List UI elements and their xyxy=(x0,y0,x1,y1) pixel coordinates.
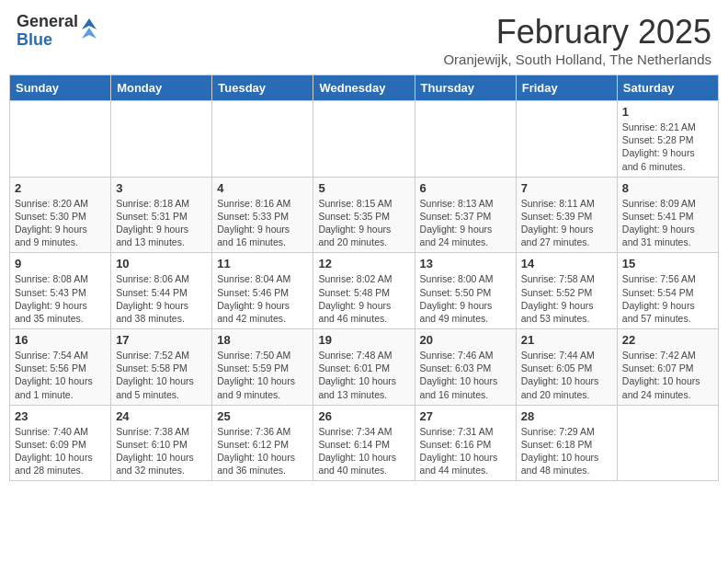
day-number: 28 xyxy=(521,409,612,423)
day-number: 19 xyxy=(318,333,409,347)
day-number: 23 xyxy=(15,409,106,423)
day-detail-text: Sunrise: 7:50 AM Sunset: 5:59 PM Dayligh… xyxy=(217,349,308,401)
day-cell: 15Sunrise: 7:56 AM Sunset: 5:54 PM Dayli… xyxy=(617,253,718,329)
day-number: 27 xyxy=(420,409,511,423)
day-number: 13 xyxy=(420,257,511,270)
day-cell: 25Sunrise: 7:36 AM Sunset: 6:12 PM Dayli… xyxy=(212,405,313,481)
day-cell xyxy=(516,101,617,178)
day-cell xyxy=(415,101,516,178)
day-cell: 24Sunrise: 7:38 AM Sunset: 6:10 PM Dayli… xyxy=(111,405,212,481)
day-detail-text: Sunrise: 8:11 AM Sunset: 5:39 PM Dayligh… xyxy=(521,197,612,249)
day-detail-text: Sunrise: 8:20 AM Sunset: 5:30 PM Dayligh… xyxy=(15,197,106,249)
day-detail-text: Sunrise: 8:08 AM Sunset: 5:43 PM Dayligh… xyxy=(15,272,106,325)
col-header-wednesday: Wednesday xyxy=(313,75,415,101)
day-cell: 19Sunrise: 7:48 AM Sunset: 6:01 PM Dayli… xyxy=(313,329,415,406)
day-detail-text: Sunrise: 7:29 AM Sunset: 6:18 PM Dayligh… xyxy=(521,425,612,477)
day-cell xyxy=(212,101,313,178)
day-number: 10 xyxy=(116,257,207,270)
day-number: 6 xyxy=(420,181,511,195)
calendar-body: 1Sunrise: 8:21 AM Sunset: 5:28 PM Daylig… xyxy=(10,101,719,481)
day-cell: 13Sunrise: 8:00 AM Sunset: 5:50 PM Dayli… xyxy=(415,253,516,329)
title-block: February 2025 Oranjewijk, South Holland,… xyxy=(443,13,711,67)
day-detail-text: Sunrise: 7:34 AM Sunset: 6:14 PM Dayligh… xyxy=(318,425,409,477)
week-row-0: 1Sunrise: 8:21 AM Sunset: 5:28 PM Daylig… xyxy=(10,101,719,178)
day-detail-text: Sunrise: 8:21 AM Sunset: 5:28 PM Dayligh… xyxy=(622,121,713,173)
logo-icon xyxy=(80,17,98,46)
day-number: 4 xyxy=(217,181,308,195)
week-row-1: 2Sunrise: 8:20 AM Sunset: 5:30 PM Daylig… xyxy=(10,177,719,253)
day-detail-text: Sunrise: 8:18 AM Sunset: 5:31 PM Dayligh… xyxy=(116,197,207,249)
logo-blue-text: Blue xyxy=(17,31,78,50)
header: General Blue February 2025 Oranjewijk, S… xyxy=(0,0,728,75)
day-cell: 28Sunrise: 7:29 AM Sunset: 6:18 PM Dayli… xyxy=(516,405,617,481)
col-header-sunday: Sunday xyxy=(10,75,111,101)
day-detail-text: Sunrise: 8:06 AM Sunset: 5:44 PM Dayligh… xyxy=(116,272,207,325)
day-detail-text: Sunrise: 7:38 AM Sunset: 6:10 PM Dayligh… xyxy=(116,425,207,477)
day-detail-text: Sunrise: 7:46 AM Sunset: 6:03 PM Dayligh… xyxy=(420,349,511,401)
day-number: 9 xyxy=(15,257,106,270)
day-detail-text: Sunrise: 7:54 AM Sunset: 5:56 PM Dayligh… xyxy=(15,349,106,401)
calendar-table: SundayMondayTuesdayWednesdayThursdayFrid… xyxy=(9,75,719,481)
day-cell xyxy=(313,101,415,178)
svg-marker-1 xyxy=(82,28,97,39)
day-cell: 2Sunrise: 8:20 AM Sunset: 5:30 PM Daylig… xyxy=(10,177,111,253)
day-number: 15 xyxy=(622,257,713,270)
day-cell: 22Sunrise: 7:42 AM Sunset: 6:07 PM Dayli… xyxy=(617,329,718,406)
logo-general-text: General xyxy=(17,13,78,31)
day-number: 22 xyxy=(622,333,713,347)
day-number: 1 xyxy=(622,105,713,119)
day-number: 7 xyxy=(521,181,612,195)
col-header-thursday: Thursday xyxy=(415,75,516,101)
location: Oranjewijk, South Holland, The Netherlan… xyxy=(443,52,711,67)
day-number: 17 xyxy=(116,333,207,347)
day-number: 26 xyxy=(318,409,409,423)
week-row-2: 9Sunrise: 8:08 AM Sunset: 5:43 PM Daylig… xyxy=(10,253,719,329)
logo: General Blue xyxy=(17,13,98,50)
day-cell: 17Sunrise: 7:52 AM Sunset: 5:58 PM Dayli… xyxy=(111,329,212,406)
day-detail-text: Sunrise: 8:16 AM Sunset: 5:33 PM Dayligh… xyxy=(217,197,308,249)
day-detail-text: Sunrise: 8:00 AM Sunset: 5:50 PM Dayligh… xyxy=(420,272,511,325)
day-detail-text: Sunrise: 8:13 AM Sunset: 5:37 PM Dayligh… xyxy=(420,197,511,249)
col-header-friday: Friday xyxy=(516,75,617,101)
day-detail-text: Sunrise: 8:02 AM Sunset: 5:48 PM Dayligh… xyxy=(318,272,409,325)
logo-text: General Blue xyxy=(17,13,78,50)
day-cell xyxy=(10,101,111,178)
day-cell: 6Sunrise: 8:13 AM Sunset: 5:37 PM Daylig… xyxy=(415,177,516,253)
day-number: 5 xyxy=(318,181,409,195)
day-number: 12 xyxy=(318,257,409,270)
day-cell xyxy=(111,101,212,178)
day-cell: 7Sunrise: 8:11 AM Sunset: 5:39 PM Daylig… xyxy=(516,177,617,253)
day-detail-text: Sunrise: 7:36 AM Sunset: 6:12 PM Dayligh… xyxy=(217,425,308,477)
day-detail-text: Sunrise: 7:44 AM Sunset: 6:05 PM Dayligh… xyxy=(521,349,612,401)
day-detail-text: Sunrise: 7:42 AM Sunset: 6:07 PM Dayligh… xyxy=(622,349,713,401)
day-number: 16 xyxy=(15,333,106,347)
day-cell: 5Sunrise: 8:15 AM Sunset: 5:35 PM Daylig… xyxy=(313,177,415,253)
month-year: February 2025 xyxy=(443,13,711,52)
day-cell: 18Sunrise: 7:50 AM Sunset: 5:59 PM Dayli… xyxy=(212,329,313,406)
week-row-4: 23Sunrise: 7:40 AM Sunset: 6:09 PM Dayli… xyxy=(10,405,719,481)
calendar-header: SundayMondayTuesdayWednesdayThursdayFrid… xyxy=(10,75,719,101)
day-cell: 10Sunrise: 8:06 AM Sunset: 5:44 PM Dayli… xyxy=(111,253,212,329)
day-cell: 21Sunrise: 7:44 AM Sunset: 6:05 PM Dayli… xyxy=(516,329,617,406)
day-cell: 4Sunrise: 8:16 AM Sunset: 5:33 PM Daylig… xyxy=(212,177,313,253)
day-cell: 23Sunrise: 7:40 AM Sunset: 6:09 PM Dayli… xyxy=(10,405,111,481)
day-detail-text: Sunrise: 7:40 AM Sunset: 6:09 PM Dayligh… xyxy=(15,425,106,477)
day-detail-text: Sunrise: 7:31 AM Sunset: 6:16 PM Dayligh… xyxy=(420,425,511,477)
day-cell: 3Sunrise: 8:18 AM Sunset: 5:31 PM Daylig… xyxy=(111,177,212,253)
day-number: 21 xyxy=(521,333,612,347)
day-cell: 1Sunrise: 8:21 AM Sunset: 5:28 PM Daylig… xyxy=(617,101,718,178)
day-number: 20 xyxy=(420,333,511,347)
day-detail-text: Sunrise: 7:52 AM Sunset: 5:58 PM Dayligh… xyxy=(116,349,207,401)
day-cell: 27Sunrise: 7:31 AM Sunset: 6:16 PM Dayli… xyxy=(415,405,516,481)
col-header-tuesday: Tuesday xyxy=(212,75,313,101)
day-detail-text: Sunrise: 8:15 AM Sunset: 5:35 PM Dayligh… xyxy=(318,197,409,249)
day-number: 18 xyxy=(217,333,308,347)
day-cell: 20Sunrise: 7:46 AM Sunset: 6:03 PM Dayli… xyxy=(415,329,516,406)
day-detail-text: Sunrise: 7:48 AM Sunset: 6:01 PM Dayligh… xyxy=(318,349,409,401)
day-cell: 11Sunrise: 8:04 AM Sunset: 5:46 PM Dayli… xyxy=(212,253,313,329)
col-header-saturday: Saturday xyxy=(617,75,718,101)
day-cell: 14Sunrise: 7:58 AM Sunset: 5:52 PM Dayli… xyxy=(516,253,617,329)
day-detail-text: Sunrise: 8:04 AM Sunset: 5:46 PM Dayligh… xyxy=(217,272,308,325)
day-detail-text: Sunrise: 8:09 AM Sunset: 5:41 PM Dayligh… xyxy=(622,197,713,249)
day-cell: 9Sunrise: 8:08 AM Sunset: 5:43 PM Daylig… xyxy=(10,253,111,329)
